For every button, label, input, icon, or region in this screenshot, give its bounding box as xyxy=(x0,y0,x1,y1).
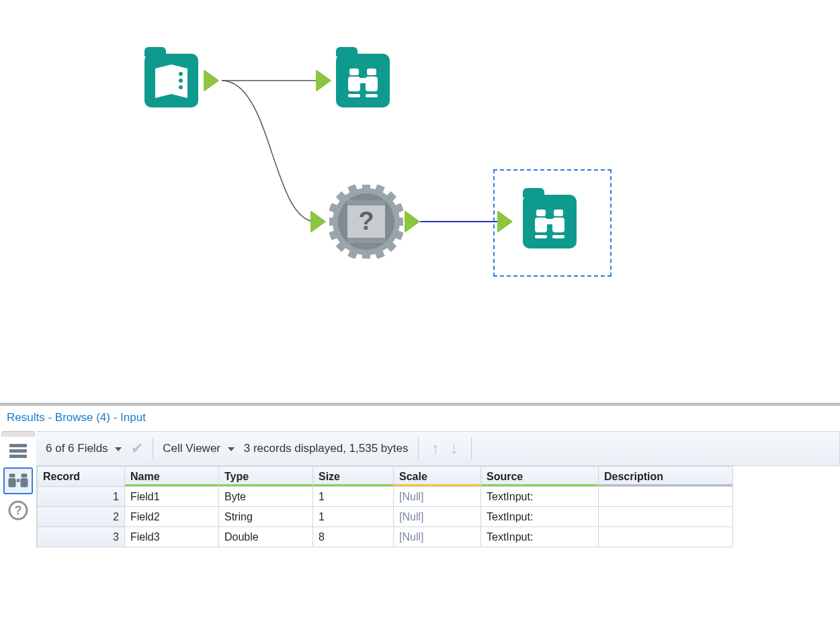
svg-rect-7 xyxy=(360,78,366,83)
svg-rect-14 xyxy=(396,218,403,226)
binoculars-icon xyxy=(530,203,570,243)
unknown-output-port[interactable] xyxy=(405,211,419,232)
col-size-label: Size xyxy=(319,471,340,482)
arrow-up-button[interactable]: ↑ xyxy=(432,440,439,457)
cell-source[interactable]: TextInput: xyxy=(481,527,599,547)
cell-scale[interactable]: [Null] xyxy=(394,487,481,507)
col-type-label: Type xyxy=(224,471,249,482)
fields-dropdown-label: 6 of 6 Fields xyxy=(46,442,108,455)
chevron-down-icon xyxy=(115,447,122,451)
metadata-view-button[interactable] xyxy=(3,467,33,494)
col-size[interactable]: Size xyxy=(313,467,394,487)
col-record[interactable]: Record xyxy=(38,467,125,487)
cell-scale[interactable]: [Null] xyxy=(394,507,481,527)
cell-description[interactable] xyxy=(599,507,733,527)
svg-rect-13 xyxy=(329,218,337,226)
svg-rect-9 xyxy=(366,94,378,97)
browse-tool-top[interactable] xyxy=(336,54,390,107)
text-input-output-port[interactable] xyxy=(204,70,218,91)
svg-rect-3 xyxy=(349,68,359,75)
unknown-input-port[interactable] xyxy=(310,211,325,232)
cell-name[interactable]: Field3 xyxy=(125,527,219,547)
table-row[interactable]: 1 Field1 Byte 1 [Null] TextInput: xyxy=(38,487,733,507)
panel-grip[interactable] xyxy=(1,431,35,437)
svg-rect-45 xyxy=(20,478,28,487)
col-name-label: Name xyxy=(130,471,160,482)
row-number: 3 xyxy=(38,527,125,547)
text-input-tool[interactable] xyxy=(144,54,198,107)
svg-rect-37 xyxy=(535,235,547,238)
workflow-canvas[interactable]: ? xyxy=(0,0,840,403)
row-number: 1 xyxy=(38,487,125,507)
browse-tool-selected[interactable] xyxy=(523,195,577,248)
fields-dropdown[interactable]: 6 of 6 Fields xyxy=(46,442,122,455)
cell-scale[interactable]: [Null] xyxy=(394,527,481,547)
binoculars-small-icon xyxy=(7,471,30,490)
cell-size[interactable]: 8 xyxy=(313,527,394,547)
cell-type[interactable]: Double xyxy=(219,527,313,547)
col-type[interactable]: Type xyxy=(219,467,313,487)
col-description[interactable]: Description xyxy=(599,467,733,487)
svg-point-1 xyxy=(179,79,183,83)
col-source-label: Source xyxy=(487,471,523,482)
arrow-down-button[interactable]: ↓ xyxy=(450,440,458,457)
svg-rect-33 xyxy=(554,210,563,216)
help-button[interactable]: ? xyxy=(3,497,33,524)
svg-rect-12 xyxy=(362,251,370,259)
results-toolbar: 6 of 6 Fields ✔ Cell Viewer 3 records di… xyxy=(36,431,840,466)
unknown-tool[interactable]: ? xyxy=(329,185,403,259)
svg-rect-36 xyxy=(547,219,552,224)
cell-viewer-label: Cell Viewer xyxy=(163,442,220,455)
results-table[interactable]: Record Name Type Size xyxy=(37,466,733,547)
col-description-label: Description xyxy=(604,471,663,482)
svg-rect-42 xyxy=(9,473,15,477)
svg-text:?: ? xyxy=(358,207,374,235)
svg-rect-4 xyxy=(367,68,376,75)
cell-viewer-dropdown[interactable]: Cell Viewer xyxy=(163,442,234,455)
browse-top-input-port[interactable] xyxy=(316,70,331,91)
table-row[interactable]: 2 Field2 String 1 [Null] TextInput: xyxy=(38,507,733,527)
svg-rect-6 xyxy=(366,77,378,91)
table-row[interactable]: 3 Field3 Double 8 [Null] TextInput: xyxy=(38,527,733,547)
cell-name[interactable]: Field2 xyxy=(125,507,219,527)
rows-view-icon xyxy=(8,443,28,460)
svg-rect-39 xyxy=(9,444,27,447)
cell-name[interactable]: Field1 xyxy=(125,487,219,507)
svg-rect-8 xyxy=(348,94,360,97)
toolbar-separator xyxy=(153,438,153,459)
row-number: 2 xyxy=(38,507,125,527)
cell-type[interactable]: String xyxy=(219,507,313,527)
cell-description[interactable] xyxy=(599,527,733,547)
col-source[interactable]: Source xyxy=(481,467,599,487)
binoculars-icon xyxy=(343,62,383,102)
cell-size[interactable]: 1 xyxy=(313,487,394,507)
results-panel: Results - Browse (4) - Input xyxy=(0,406,840,547)
cell-description[interactable] xyxy=(599,487,733,507)
question-gear-icon: ? xyxy=(329,185,403,259)
toolbar-separator xyxy=(418,438,419,459)
cell-source[interactable]: TextInput: xyxy=(481,487,599,507)
toolbar-separator xyxy=(471,438,472,459)
svg-point-0 xyxy=(179,72,183,76)
svg-rect-32 xyxy=(536,210,546,216)
svg-rect-30 xyxy=(347,238,385,243)
chevron-down-icon xyxy=(228,447,235,451)
rows-view-button[interactable] xyxy=(3,438,33,465)
svg-rect-5 xyxy=(348,77,360,91)
cell-source[interactable]: TextInput: xyxy=(481,507,599,527)
results-title: Results - Browse (4) - Input xyxy=(0,406,840,431)
cell-size[interactable]: 1 xyxy=(313,507,394,527)
svg-rect-46 xyxy=(17,479,19,481)
svg-rect-38 xyxy=(552,235,564,238)
svg-rect-44 xyxy=(8,478,15,487)
apply-check-button[interactable]: ✔ xyxy=(131,440,143,457)
svg-rect-35 xyxy=(552,218,564,232)
svg-point-2 xyxy=(179,85,183,89)
col-name[interactable]: Name xyxy=(125,467,219,487)
col-scale[interactable]: Scale xyxy=(394,467,481,487)
cell-type[interactable]: Byte xyxy=(219,487,313,507)
svg-rect-43 xyxy=(21,473,27,477)
svg-rect-41 xyxy=(9,455,27,458)
svg-rect-40 xyxy=(9,449,27,453)
browse-sel-input-port[interactable] xyxy=(497,211,512,232)
